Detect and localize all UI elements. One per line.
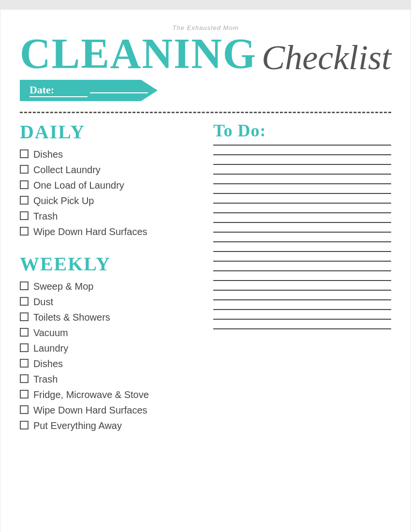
item-text: One Load of Laundry xyxy=(33,179,124,192)
todo-line[interactable] xyxy=(213,270,391,271)
checkbox[interactable] xyxy=(20,359,29,368)
item-text: Trash xyxy=(33,373,58,385)
item-text: Laundry xyxy=(33,342,68,355)
list-item[interactable]: Fridge, Microwave & Stove xyxy=(20,388,204,401)
todo-line[interactable] xyxy=(213,241,391,242)
checkbox[interactable] xyxy=(20,165,29,174)
item-text: Dishes xyxy=(33,357,63,370)
list-item[interactable]: Trash xyxy=(20,210,204,222)
list-item[interactable]: Vacuum xyxy=(20,326,204,339)
date-underline xyxy=(90,92,148,93)
todo-line[interactable] xyxy=(213,174,391,175)
todo-line[interactable] xyxy=(213,290,391,291)
item-text: Put Everything Away xyxy=(33,419,122,432)
checkbox[interactable] xyxy=(20,405,29,414)
checkbox[interactable] xyxy=(20,343,29,352)
todo-line[interactable] xyxy=(213,183,391,184)
checkbox[interactable] xyxy=(20,149,29,158)
weekly-title: Weekly xyxy=(20,252,204,275)
list-item[interactable]: Collect Laundry xyxy=(20,163,204,176)
todo-line[interactable] xyxy=(213,145,391,146)
checkbox[interactable] xyxy=(20,374,29,383)
todo-lines xyxy=(213,145,391,329)
checklist-title: Checklist xyxy=(262,40,391,75)
todo-line[interactable] xyxy=(213,212,391,213)
todo-line[interactable] xyxy=(213,251,391,252)
list-item[interactable]: Laundry xyxy=(20,342,204,355)
todo-line[interactable] xyxy=(213,203,391,204)
list-item[interactable]: Quick Pick Up xyxy=(20,194,204,207)
todo-line[interactable] xyxy=(213,280,391,281)
checkbox[interactable] xyxy=(20,211,29,220)
cleaning-title: Cleaning xyxy=(20,32,257,75)
todo-line[interactable] xyxy=(213,328,391,329)
list-item[interactable]: Toilets & Showers xyxy=(20,311,204,324)
divider xyxy=(20,112,391,113)
checkbox[interactable] xyxy=(20,180,29,189)
checkbox[interactable] xyxy=(20,312,29,321)
checkbox[interactable] xyxy=(20,297,29,306)
item-text: Dust xyxy=(33,296,53,308)
todo-line[interactable] xyxy=(213,222,391,223)
todo-line[interactable] xyxy=(213,261,391,262)
item-text: Vacuum xyxy=(33,326,68,339)
checkbox[interactable] xyxy=(20,281,29,290)
list-item[interactable]: Trash xyxy=(20,373,204,385)
checkbox[interactable] xyxy=(20,227,29,236)
item-text: Dishes xyxy=(33,148,63,161)
todo-line[interactable] xyxy=(213,232,391,233)
list-item[interactable]: One Load of Laundry xyxy=(20,179,204,192)
item-text: Wipe Down Hard Surfaces xyxy=(33,225,147,238)
list-item[interactable]: Dishes xyxy=(20,357,204,370)
todo-line[interactable] xyxy=(213,154,391,155)
todo-line[interactable] xyxy=(213,309,391,310)
checkbox[interactable] xyxy=(20,421,29,429)
item-text: Quick Pick Up xyxy=(33,194,94,207)
list-item[interactable]: Dust xyxy=(20,296,204,308)
checkbox[interactable] xyxy=(20,328,29,337)
item-text: Sweep & Mop xyxy=(33,280,94,293)
main-content: Daily Dishes Collect Laundry One Load of… xyxy=(20,120,391,435)
item-text: Wipe Down Hard Surfaces xyxy=(33,404,147,416)
item-text: Trash xyxy=(33,210,58,222)
list-item[interactable]: Wipe Down Hard Surfaces xyxy=(20,404,204,416)
weekly-section: Weekly Sweep & Mop Dust Toilets & Shower… xyxy=(20,252,204,432)
todo-line[interactable] xyxy=(213,193,391,194)
todo-line[interactable] xyxy=(213,319,391,320)
item-text: Fridge, Microwave & Stove xyxy=(33,388,149,401)
item-text: Toilets & Showers xyxy=(33,311,110,324)
page: The Exhausted Mom Cleaning Checklist Dat… xyxy=(0,10,411,532)
date-banner[interactable]: Date: xyxy=(20,80,158,101)
weekly-list: Sweep & Mop Dust Toilets & Showers Vacuu… xyxy=(20,280,204,432)
checkbox[interactable] xyxy=(20,390,29,399)
todo-title: To Do: xyxy=(213,120,391,141)
list-item[interactable]: Sweep & Mop xyxy=(20,280,204,293)
list-item[interactable]: Put Everything Away xyxy=(20,419,204,432)
list-item[interactable]: Wipe Down Hard Surfaces xyxy=(20,225,204,238)
list-item[interactable]: Dishes xyxy=(20,148,204,161)
checkbox[interactable] xyxy=(20,196,29,205)
date-label: Date: xyxy=(29,84,88,97)
daily-title: Daily xyxy=(20,120,204,143)
right-column: To Do: xyxy=(213,120,391,435)
todo-line[interactable] xyxy=(213,299,391,300)
item-text: Collect Laundry xyxy=(33,163,101,176)
daily-list: Dishes Collect Laundry One Load of Laund… xyxy=(20,148,204,238)
left-column: Daily Dishes Collect Laundry One Load of… xyxy=(20,120,204,435)
title-area: Cleaning Checklist xyxy=(20,32,391,75)
todo-line[interactable] xyxy=(213,164,391,165)
